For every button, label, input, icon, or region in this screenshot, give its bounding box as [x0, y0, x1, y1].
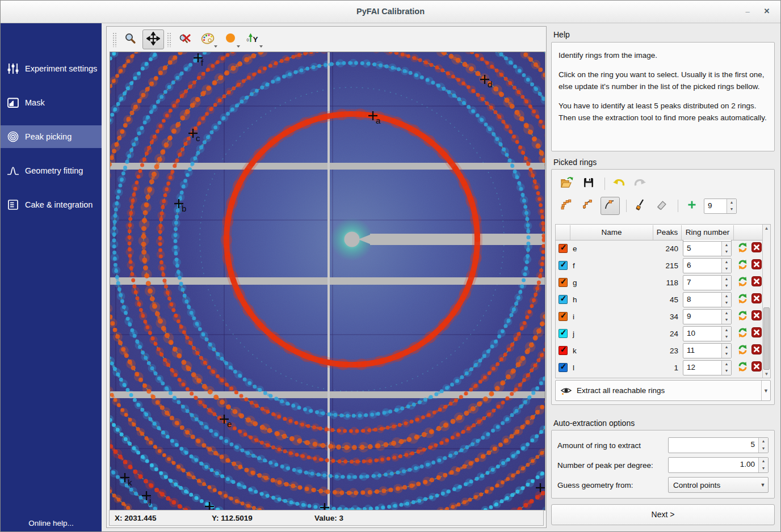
refresh-ring-button[interactable] [737, 310, 748, 323]
delete-ring-button[interactable] [751, 327, 762, 340]
spin-up-button[interactable]: ▴ [722, 344, 731, 351]
ring-name: k [570, 347, 653, 355]
new-ring-number-spinbox[interactable]: 9 ▴▾ [704, 199, 737, 214]
delete-ring-button[interactable] [751, 293, 762, 306]
ring-visible-checkbox[interactable]: ✓ [559, 312, 568, 321]
header-select[interactable] [556, 225, 570, 240]
ring-number-spinbox[interactable]: 5▴▾ [683, 241, 732, 256]
ring-visible-checkbox[interactable]: ✓ [559, 346, 568, 355]
refresh-ring-button[interactable] [737, 327, 748, 340]
axis-orientation-button[interactable]: 0Y [242, 29, 264, 49]
refresh-ring-button[interactable] [737, 361, 748, 374]
spin-up-button[interactable]: ▴ [759, 438, 768, 445]
spin-up-button[interactable]: ▴ [722, 361, 731, 368]
ring-number-spinbox[interactable]: 9▴▾ [683, 309, 732, 324]
spin-down-button[interactable]: ▾ [722, 333, 731, 341]
ring-number-spinbox[interactable]: 6▴▾ [683, 258, 732, 273]
ring-number-spinbox[interactable]: 12▴▾ [683, 360, 732, 375]
sidebar-item-mask[interactable]: Mask [1, 91, 102, 114]
online-help-link[interactable]: Online help... [1, 519, 102, 527]
ring-visible-checkbox[interactable]: ✓ [559, 295, 568, 304]
spin-up-button[interactable]: ▴ [759, 458, 768, 465]
redo-button[interactable] [631, 175, 650, 193]
delete-ring-button[interactable] [751, 361, 762, 374]
extract-dropdown-arrow[interactable]: ▼ [761, 381, 770, 400]
undo-button[interactable] [609, 175, 628, 193]
refresh-ring-button[interactable] [737, 293, 748, 306]
spin-down-button[interactable]: ▾ [759, 465, 768, 472]
plot-panel: 0Y [106, 26, 547, 528]
add-ring-button[interactable] [682, 197, 702, 215]
scroll-down-arrow[interactable]: ▼ [763, 370, 770, 378]
spin-down-button[interactable]: ▾ [727, 206, 736, 213]
zoom-reset-button[interactable] [174, 29, 196, 49]
header-peaks[interactable]: Peaks [653, 225, 682, 240]
colormap-button[interactable] [197, 29, 219, 49]
refresh-ring-button[interactable] [737, 242, 748, 255]
scrollbar-thumb[interactable] [763, 307, 770, 370]
ring-visible-checkbox[interactable]: ✓ [559, 363, 568, 372]
toolbar-grip[interactable] [112, 32, 117, 47]
eraser-tool[interactable] [652, 197, 671, 215]
ring-number-spinbox[interactable]: 10▴▾ [683, 326, 732, 341]
ring-visible-checkbox[interactable]: ✓ [559, 244, 568, 253]
spin-up-button[interactable]: ▴ [722, 310, 731, 317]
refresh-ring-button[interactable] [737, 259, 748, 272]
pick-few-points-tool[interactable] [579, 197, 598, 215]
open-rings-button[interactable] [557, 175, 577, 193]
spin-down-button[interactable]: ▾ [722, 316, 731, 324]
ring-row-j: ✓j2410▴▾ [556, 325, 762, 342]
spin-down-button[interactable]: ▾ [722, 248, 731, 256]
delete-ring-button[interactable] [751, 276, 762, 289]
diffraction-canvas[interactable]: fdacbekjh [110, 52, 545, 510]
ring-number-spinbox[interactable]: 7▴▾ [683, 275, 732, 290]
pick-many-points-tool[interactable] [557, 197, 577, 215]
spin-down-button[interactable]: ▾ [722, 299, 731, 307]
header-name[interactable]: Name [570, 225, 653, 240]
sidebar-item-peak-picking[interactable]: Peak picking [1, 125, 102, 148]
amount-of-rings-spinbox[interactable]: 5 ▴▾ [668, 437, 769, 453]
pan-button[interactable] [142, 29, 164, 49]
spin-up-button[interactable]: ▴ [722, 293, 731, 300]
brush-tool[interactable] [631, 197, 650, 215]
sidebar-item-geometry-fitting[interactable]: Geometry fitting [1, 159, 102, 182]
ring-visible-checkbox[interactable]: ✓ [559, 329, 568, 338]
save-rings-button[interactable] [579, 175, 598, 193]
scroll-up-arrow[interactable]: ▲ [763, 225, 770, 232]
next-button[interactable]: Next > [551, 504, 775, 525]
zoom-button[interactable] [120, 29, 141, 49]
refresh-ring-button[interactable] [737, 276, 748, 289]
spin-down-button[interactable]: ▾ [722, 265, 731, 273]
peaks-per-degree-spinbox[interactable]: 1.00 ▴▾ [668, 457, 769, 473]
mask-circle-button[interactable] [220, 29, 241, 49]
ring-number-spinbox[interactable]: 11▴▾ [683, 343, 732, 358]
ring-visible-checkbox[interactable]: ✓ [559, 261, 568, 270]
header-ring-number[interactable]: Ring number [682, 225, 734, 240]
refresh-ring-button[interactable] [737, 344, 748, 357]
pick-one-point-tool[interactable] [601, 197, 620, 215]
sidebar-item-experiment-settings[interactable]: Experiment settings [1, 57, 102, 80]
spin-down-button[interactable]: ▾ [722, 368, 731, 375]
guess-geometry-combobox[interactable]: Control points ▼ [668, 477, 769, 493]
delete-ring-button[interactable] [751, 259, 762, 272]
ring-visible-checkbox[interactable]: ✓ [559, 278, 568, 287]
spin-down-button[interactable]: ▾ [722, 282, 731, 290]
close-button[interactable]: ✕ [759, 1, 775, 22]
table-scrollbar[interactable]: ▲ ▼ [762, 225, 770, 378]
spin-down-button[interactable]: ▾ [722, 351, 731, 358]
delete-ring-button[interactable] [751, 242, 762, 255]
spin-up-button[interactable]: ▴ [722, 259, 731, 266]
ring-number-spinbox[interactable]: 8▴▾ [683, 292, 732, 307]
spin-up-button[interactable]: ▴ [727, 199, 736, 206]
spin-up-button[interactable]: ▴ [722, 276, 731, 283]
toolbar-grip[interactable] [167, 32, 171, 47]
spin-up-button[interactable]: ▴ [722, 327, 731, 334]
delete-ring-button[interactable] [751, 310, 762, 323]
spin-down-button[interactable]: ▾ [759, 445, 768, 453]
brush-icon [635, 199, 646, 213]
delete-ring-button[interactable] [751, 344, 762, 357]
sidebar-item-cake-integration[interactable]: Cake & integration [1, 193, 102, 216]
spin-up-button[interactable]: ▴ [722, 242, 731, 249]
minimize-button[interactable]: _ [740, 1, 755, 22]
extract-rings-button[interactable]: Extract all reachable rings ▼ [555, 380, 771, 401]
